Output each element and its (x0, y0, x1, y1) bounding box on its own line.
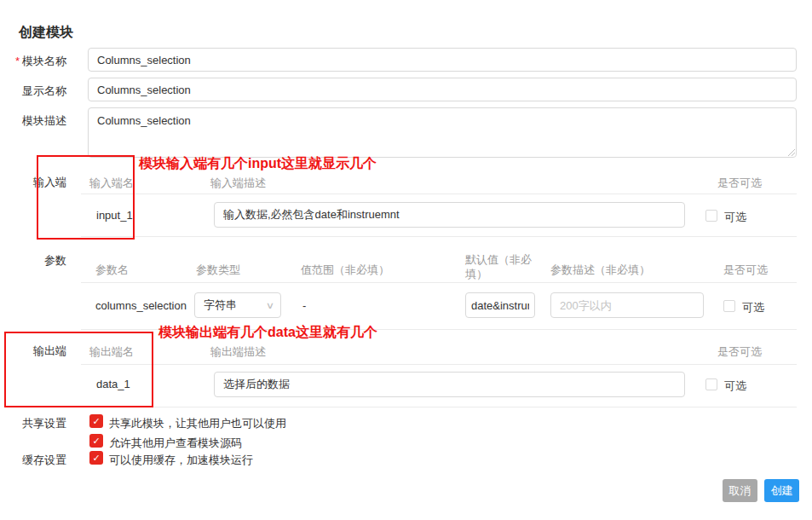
annotation-box-input-port (37, 155, 135, 240)
output-port-optional-checkbox[interactable] (705, 378, 717, 390)
check-icon: ✓ (92, 436, 100, 446)
param-type-select[interactable]: 字符串 ∨ (194, 292, 281, 318)
required-asterisk: * (15, 55, 20, 67)
param-range-value: - (302, 299, 306, 312)
param-range-header: 值范围（非必填） (301, 263, 389, 278)
input-port-optional-label: 可选 (724, 210, 746, 225)
param-desc-input[interactable] (550, 292, 704, 318)
allow-view-source-checkbox[interactable]: ✓ (89, 434, 103, 448)
output-desc-header: 输出端描述 (210, 344, 266, 360)
divider (81, 364, 797, 365)
input-port-desc-input[interactable] (214, 202, 685, 228)
inputs-annotation-text: 模块输入端有几个input这里就显示几个 (139, 155, 377, 173)
share-module-option-label: 共享此模块，让其他用户也可以使用 (109, 416, 286, 431)
param-type-value: 字符串 (204, 298, 237, 313)
param-type-header: 参数类型 (196, 263, 240, 278)
create-button[interactable]: 创建 (764, 479, 799, 502)
param-optional-checkbox[interactable] (723, 300, 735, 312)
divider (81, 236, 797, 237)
outputs-annotation-text: 模块输出端有几个data这里就有几个 (158, 324, 377, 342)
param-default-header: 默认值（非必填） (465, 252, 535, 281)
display-name-input[interactable] (88, 78, 797, 101)
share-settings-label: 共享设置 (0, 416, 66, 431)
param-default-input[interactable] (465, 292, 535, 318)
share-module-checkbox[interactable]: ✓ (89, 414, 103, 428)
create-module-page: 创建模块 *模块名称 显示名称 模块描述 Columns_selection 模… (0, 0, 812, 520)
param-name: columns_selection (95, 299, 187, 312)
param-optional-label: 可选 (742, 300, 764, 315)
output-port-optional-label: 可选 (724, 378, 746, 394)
display-name-label: 显示名称 (0, 84, 66, 99)
page-title: 创建模块 (19, 24, 73, 42)
module-desc-textarea[interactable]: Columns_selection (88, 107, 797, 158)
module-name-label-text: 模块名称 (22, 55, 66, 67)
output-port-desc-input[interactable] (214, 372, 685, 397)
param-optional-header: 是否可选 (723, 263, 768, 278)
allow-view-source-option-label: 允许其他用户查看模块源码 (109, 436, 242, 451)
input-desc-header: 输入端描述 (210, 176, 266, 191)
param-name-header: 参数名 (95, 263, 129, 278)
use-cache-option-label: 可以使用缓存，加速模块运行 (109, 453, 253, 468)
divider (81, 282, 797, 283)
input-port-optional-checkbox[interactable] (705, 210, 717, 222)
display-name-label-text: 显示名称 (22, 84, 66, 97)
divider (81, 407, 797, 407)
params-section-label: 参数 (0, 253, 66, 269)
cancel-button[interactable]: 取消 (723, 479, 757, 502)
use-cache-checkbox[interactable]: ✓ (89, 451, 103, 465)
annotation-box-output-port (4, 332, 153, 407)
param-desc-header: 参数描述（非必填） (550, 263, 650, 278)
module-desc-label-text: 模块描述 (22, 114, 66, 127)
module-name-label: *模块名称 (0, 54, 66, 69)
cache-settings-label: 缓存设置 (0, 453, 66, 468)
divider (81, 194, 797, 194)
input-optional-header: 是否可选 (717, 176, 762, 191)
check-icon: ✓ (92, 453, 100, 463)
output-optional-header: 是否可选 (717, 344, 762, 360)
check-icon: ✓ (92, 416, 100, 426)
module-desc-label: 模块描述 (0, 113, 66, 129)
chevron-down-icon: ∨ (266, 300, 274, 311)
module-name-input[interactable] (88, 48, 797, 72)
